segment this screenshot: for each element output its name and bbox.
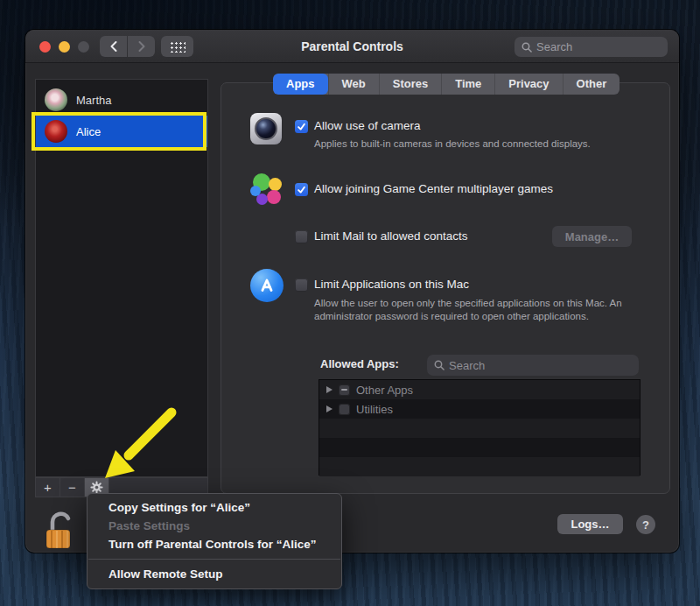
tab-other[interactable]: Other [563,74,620,95]
limit-mail-label: Limit Mail to allowed contacts [314,229,468,243]
gear-icon [90,481,103,494]
allowed-apps-label: Allowed Apps: [320,357,399,370]
logs-button[interactable]: Logs… [557,514,623,534]
list-item-utilities[interactable]: Utilities [319,399,640,419]
checkmark-icon [297,185,306,194]
menu-item-allow-remote-setup[interactable]: Allow Remote Setup [88,565,341,583]
minus-icon: − [68,480,76,495]
disclosure-triangle-icon[interactable] [326,405,332,412]
list-item-label: Utilities [356,403,393,416]
tab-apps[interactable]: Apps [273,74,328,95]
other-apps-checkbox-mixed[interactable] [339,384,350,396]
user-row-martha[interactable]: Martha [36,84,207,116]
allow-camera-label: Allow use of camera [314,119,421,132]
tab-stores[interactable]: Stores [379,74,441,95]
allow-camera-subtitle: Applies to built-in cameras in devices a… [314,137,591,151]
menu-item-turn-off-parental-controls[interactable]: Turn off Parental Controls for “Alice” [88,535,341,553]
app-store-a-glyph [256,274,278,297]
camera-lens-icon [255,117,277,140]
user-row-alice[interactable]: Alice [36,116,207,147]
mixed-dash-icon [341,389,347,391]
user-list: Martha Alice [35,79,208,477]
disclosure-triangle-icon[interactable] [326,386,332,393]
limit-applications-checkbox[interactable] [295,278,308,292]
limit-mail-checkbox[interactable] [295,230,308,243]
help-button[interactable]: ? [636,515,655,534]
empty-list-row [319,419,640,438]
manage-contacts-button-disabled: Manage… [552,226,632,247]
limit-applications-description: Allow the user to open only the specifie… [314,297,640,323]
allow-game-center-label: Allow joining Game Center multiplayer ga… [314,182,553,195]
empty-list-row [319,438,640,457]
add-user-button[interactable]: + [36,478,60,497]
tab-time[interactable]: Time [441,74,494,95]
allow-camera-checkbox[interactable] [295,120,308,133]
allowed-apps-search-field[interactable]: Search [427,355,639,376]
unlocked-padlock-icon[interactable] [44,510,79,550]
plus-icon: + [44,480,52,495]
apps-tab-panel: Allow use of camera Applies to built-in … [220,82,670,494]
search-placeholder: Search [536,40,572,53]
remove-user-button[interactable]: − [60,478,85,497]
search-icon [434,360,444,370]
allowed-apps-list: Other Apps Utilities [318,379,640,476]
tab-web[interactable]: Web [328,74,379,95]
menu-separator [88,559,340,560]
menu-item-paste-settings-disabled: Paste Settings [88,517,341,535]
search-icon [522,42,532,53]
tab-bar: Apps Web Stores Time Privacy Other [273,74,620,95]
app-store-icon [250,269,284,302]
parental-controls-window: Parental Controls Search Martha Alice + … [25,30,679,553]
list-item-other-apps[interactable]: Other Apps [319,380,640,399]
allow-game-center-checkbox[interactable] [295,183,308,196]
empty-list-row [319,457,640,476]
list-item-label: Other Apps [356,384,413,397]
user-name: Alice [76,125,101,138]
desktop-wallpaper: Parental Controls Search Martha Alice + … [0,0,700,606]
user-name: Martha [76,94,111,107]
gear-context-menu: Copy Settings for “Alice” Paste Settings… [87,493,342,589]
lotus-flower-avatar [45,88,67,111]
tab-privacy[interactable]: Privacy [494,74,562,95]
camera-app-icon [250,113,282,144]
menu-item-copy-settings[interactable]: Copy Settings for “Alice” [88,498,341,517]
utilities-checkbox-unchecked[interactable] [339,404,350,415]
limit-applications-label: Limit Applications on this Mac [314,278,469,291]
titlebar-search-field[interactable]: Search [514,37,668,57]
search-placeholder: Search [449,359,485,372]
checkmark-icon [297,122,306,131]
title-bar: Parental Controls Search [25,30,679,63]
red-rose-avatar [45,120,67,143]
